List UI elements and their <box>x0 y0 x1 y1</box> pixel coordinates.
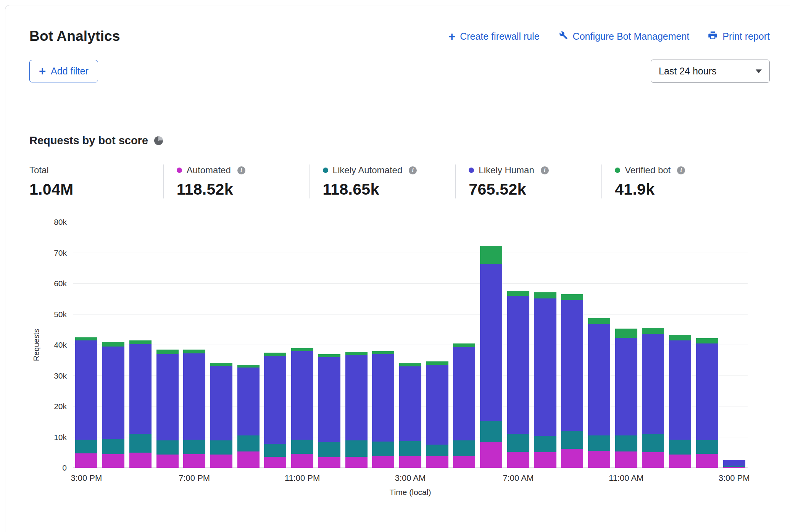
bar-4-00-am[interactable] <box>426 361 448 468</box>
bar-3-00-pm[interactable] <box>75 337 97 468</box>
bar-slot <box>532 222 559 468</box>
stat-likely-automated: Likely Automated i 118.65k <box>310 164 456 198</box>
x-tick-label: 11:00 AM <box>609 473 643 483</box>
segment-likely-automated <box>426 445 448 456</box>
segment-likely-automated <box>318 442 340 457</box>
segment-verified-bot <box>156 350 179 354</box>
segment-verified-bot <box>291 348 313 351</box>
bar-9-00-am[interactable] <box>561 294 583 468</box>
segment-likely-human <box>102 347 124 439</box>
segment-verified-bot <box>453 343 475 347</box>
bar-11-00-pm[interactable] <box>291 348 313 468</box>
add-filter-label: Add filter <box>51 66 89 77</box>
y-tick-label: 50k <box>54 310 67 319</box>
bar-slot <box>478 222 505 468</box>
segment-likely-automated <box>642 434 664 452</box>
bar-6-00-am[interactable] <box>480 246 502 468</box>
bar-slot <box>154 222 181 468</box>
bar-8-00-pm[interactable] <box>210 363 232 468</box>
bar-10-00-am[interactable] <box>588 318 610 468</box>
chevron-down-icon <box>756 69 762 73</box>
requests-chart: Requests 010k20k30k40k50k60k70k80k 3:00 … <box>29 222 748 497</box>
bar-slot <box>667 222 694 468</box>
bar-11-00-am[interactable] <box>615 329 637 468</box>
info-icon[interactable]: i <box>409 166 417 174</box>
segment-likely-human <box>75 340 97 440</box>
bar-slot <box>289 222 316 468</box>
info-icon[interactable]: i <box>677 166 685 174</box>
bar-4-00-pm[interactable] <box>102 342 124 468</box>
create-firewall-rule-link[interactable]: + Create firewall rule <box>448 31 540 42</box>
segment-automated <box>480 442 502 468</box>
stat-likely-human: Likely Human i 765.52k <box>455 164 601 198</box>
automated-legend-dot <box>177 168 182 173</box>
info-icon[interactable]: i <box>541 166 549 174</box>
bar-slot <box>100 222 127 468</box>
segment-verified-bot <box>696 338 718 343</box>
segment-automated <box>723 467 745 468</box>
segment-likely-human <box>210 366 232 440</box>
stats-row: Total 1.04M Automated i 118.52k Likely A… <box>29 164 748 198</box>
x-tick-label: 3:00 PM <box>71 473 102 483</box>
segment-likely-human <box>426 365 448 445</box>
segment-automated <box>615 451 637 468</box>
print-report-label: Print report <box>722 31 770 42</box>
print-report-link[interactable]: Print report <box>708 30 770 43</box>
stat-verified-bot-value: 41.9k <box>615 181 748 198</box>
segment-likely-human <box>291 351 313 440</box>
bar-slot <box>397 222 424 468</box>
segment-automated <box>291 454 313 468</box>
segment-likely-human <box>345 355 368 440</box>
plot-area <box>73 222 748 468</box>
segment-automated <box>75 453 97 468</box>
segment-verified-bot <box>372 351 394 354</box>
bar-5-00-am[interactable] <box>453 343 475 468</box>
pie-chart-icon <box>154 136 163 145</box>
segment-verified-bot <box>561 294 583 300</box>
segment-automated <box>210 455 232 468</box>
bar-12-00-pm[interactable] <box>642 328 664 468</box>
segment-automated <box>399 456 421 468</box>
bar-2-00-pm[interactable] <box>696 338 718 468</box>
bar-8-00-am[interactable] <box>534 292 556 468</box>
bar-12-00-am[interactable] <box>318 354 340 468</box>
segment-likely-human <box>480 264 502 421</box>
segment-likely-automated <box>183 440 205 454</box>
segment-likely-automated <box>480 421 502 442</box>
bar-5-00-pm[interactable] <box>129 340 152 468</box>
x-tick-label: 3:00 PM <box>719 473 750 483</box>
segment-automated <box>345 457 368 468</box>
add-filter-button[interactable]: + Add filter <box>29 60 98 82</box>
segment-automated <box>129 453 152 468</box>
stat-automated-label: Automated <box>187 165 231 176</box>
segment-likely-automated <box>156 440 179 455</box>
bar-10-00-pm[interactable] <box>264 353 286 468</box>
page-title: Bot Analytics <box>29 28 120 44</box>
segment-automated <box>102 454 124 468</box>
section-title: Requests by bot score <box>29 134 148 147</box>
segment-likely-human <box>399 366 421 441</box>
bar-1-00-am[interactable] <box>345 352 368 468</box>
bar-slot <box>586 222 613 468</box>
bar-1-00-pm[interactable] <box>669 335 691 468</box>
segment-automated <box>507 452 529 468</box>
bar-7-00-pm[interactable] <box>183 350 205 468</box>
segment-verified-bot <box>264 353 286 356</box>
time-range-dropdown[interactable]: Last 24 hours <box>651 60 770 83</box>
bar-6-00-pm[interactable] <box>156 350 179 468</box>
configure-bot-management-link[interactable]: Configure Bot Management <box>558 30 690 43</box>
stat-likely-automated-label: Likely Automated <box>333 165 403 176</box>
bar-3-00-am[interactable] <box>399 363 421 468</box>
info-icon[interactable]: i <box>237 166 245 174</box>
bar-7-00-am[interactable] <box>507 291 529 468</box>
segment-likely-human <box>642 334 664 434</box>
create-firewall-rule-label: Create firewall rule <box>460 31 539 42</box>
bar-9-00-pm[interactable] <box>237 365 260 468</box>
bar-3-00-pm[interactable] <box>723 460 745 468</box>
y-tick-label: 80k <box>54 218 67 227</box>
bar-2-00-am[interactable] <box>372 351 394 468</box>
x-tick-label: 11:00 PM <box>285 473 320 483</box>
segment-verified-bot <box>399 363 421 366</box>
segment-likely-human <box>507 296 529 434</box>
plus-icon: + <box>39 65 46 77</box>
